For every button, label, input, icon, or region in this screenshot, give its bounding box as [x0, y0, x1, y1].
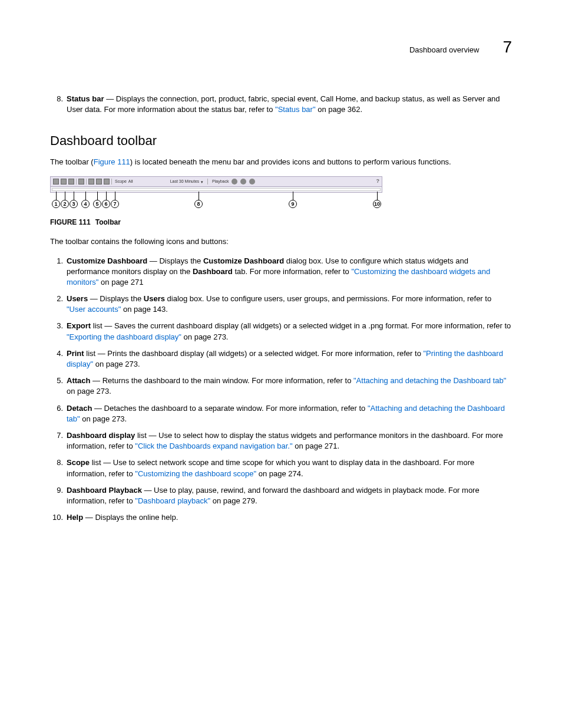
item-number: 4.	[50, 348, 63, 370]
item-text: on page 273.	[93, 360, 140, 368]
callout-marker: 9	[289, 200, 297, 208]
list-item: 9.Dashboard Playback — Use to play, paus…	[50, 485, 512, 506]
callout-marker: 8	[194, 200, 203, 208]
item-body: Users — Displays the Users dialog box. U…	[67, 294, 512, 315]
callout-row: 12345678910	[50, 192, 382, 209]
callout-marker: 1	[52, 200, 60, 208]
list-item: 1.Customize Dashboard — Displays the Cus…	[50, 256, 512, 288]
list-item: 8.Scope list — Use to select network sco…	[50, 457, 512, 479]
item-number: 1.	[50, 256, 63, 288]
item-number: 9.	[50, 485, 63, 506]
separator-icon	[76, 179, 77, 185]
export-icon	[68, 179, 74, 185]
item-text: on page 271.	[293, 442, 340, 450]
cross-ref-link[interactable]: "Dashboard playback"	[135, 496, 210, 505]
cross-ref-link[interactable]: "Attaching and detaching the Dashboard t…	[353, 376, 506, 385]
cross-ref-link[interactable]: "Click the Dashboards expand navigation …	[135, 442, 292, 450]
play-icon	[240, 179, 246, 185]
list-item: 4.Print list — Prints the dashboard disp…	[50, 348, 512, 370]
item-text: — Displays the	[147, 256, 203, 265]
item-text-after: on page 362.	[316, 105, 363, 114]
item-text: on page 273.	[67, 387, 111, 396]
item-text: — Displays the	[88, 294, 144, 303]
item-body: Dashboard Playback — Use to play, pause,…	[67, 485, 512, 506]
callout-marker: 7	[111, 200, 119, 208]
bold-text: Users	[144, 294, 165, 303]
bold-text: Customize Dashboard	[203, 256, 284, 265]
callout-marker: 4	[81, 200, 90, 208]
item-term: Print	[67, 349, 84, 358]
figure-caption: FIGURE 111Toolbar	[50, 218, 512, 228]
item-number: 5.	[50, 375, 63, 397]
item-text: — Returns the dashboard to the main wind…	[90, 376, 353, 385]
intro-after: ) is located beneath the menu bar and pr…	[130, 157, 451, 166]
scope-label: Scope	[115, 179, 127, 185]
intro-paragraph: The toolbar (Figure 111) is located bene…	[50, 157, 512, 167]
print-icon	[78, 179, 84, 185]
item-text: on page 273.	[80, 414, 127, 423]
cross-ref-link[interactable]: "Customizing the dashboard scope"	[135, 469, 256, 478]
item-term: Status bar	[67, 94, 104, 103]
item-body: Status bar — Displays the connection, po…	[67, 94, 512, 115]
item-term: Dashboard Playback	[67, 486, 142, 495]
item-text: list — Saves the current dashboard displ…	[91, 321, 511, 330]
list-item: 7.Dashboard display list — Use to select…	[50, 430, 512, 452]
figure-label: FIGURE 111	[50, 218, 91, 226]
customize-dashboard-icon	[53, 179, 59, 185]
item-text: on page 279.	[210, 496, 257, 505]
separator-icon	[207, 179, 208, 185]
intro-before: The toolbar (	[50, 157, 94, 166]
cross-ref-link[interactable]: "User accounts"	[67, 305, 121, 314]
cross-ref-link[interactable]: "Exporting the dashboard display"	[67, 332, 181, 341]
item-term: Dashboard display	[67, 431, 135, 440]
item-body: Detach — Detaches the dashboard to a sep…	[67, 403, 512, 424]
attach-icon	[88, 179, 94, 185]
item-number: 10.	[50, 512, 63, 523]
users-icon	[61, 179, 67, 185]
list-intro: The toolbar contains the following icons…	[50, 236, 512, 247]
list-item: 3.Export list — Saves the current dashbo…	[50, 321, 512, 342]
item-text: on page 143.	[121, 305, 168, 314]
item-number: 7.	[50, 430, 63, 452]
item-body: Print list — Prints the dashboard displa…	[67, 348, 512, 370]
item-text: — Displays the online help.	[83, 513, 178, 522]
callout-marker: 3	[70, 200, 78, 208]
figure-ref-link[interactable]: Figure 111	[94, 157, 130, 166]
callout-marker: 2	[61, 200, 69, 208]
callout-marker: 6	[102, 200, 110, 208]
figure-title: Toolbar	[95, 218, 121, 226]
scope-value: All	[128, 179, 133, 185]
list-item: 10.Help — Displays the online help.	[50, 512, 512, 523]
item-term: Export	[67, 321, 91, 330]
toolbar-row: Scope All Last 30 Minutes ▾ Playback ?	[51, 177, 382, 186]
separator-icon	[86, 179, 87, 185]
playback-label: Playback	[212, 179, 229, 185]
callout-marker: 5	[93, 200, 101, 208]
page-header: Dashboard overview 7	[50, 35, 512, 58]
item-number: 8.	[50, 94, 63, 115]
item-text: list — Prints the dashboard display (all…	[84, 349, 424, 358]
display-icon	[104, 179, 110, 185]
help-icon: ?	[376, 177, 380, 185]
separator-icon	[111, 179, 112, 185]
item-term: Users	[67, 294, 88, 303]
item-term: Customize Dashboard	[67, 256, 147, 265]
item-term: Help	[67, 513, 83, 522]
forward-icon	[249, 179, 255, 185]
chevron-down-icon: ▾	[201, 179, 206, 184]
list-item: 8. Status bar — Displays the connection,…	[50, 94, 512, 115]
item-text: tab. For more information, refer to	[233, 267, 352, 276]
list-item: 6.Detach — Detaches the dashboard to a s…	[50, 403, 512, 424]
status-bar-link[interactable]: "Status bar"	[275, 105, 316, 114]
item-body: Scope list — Use to select network scope…	[67, 457, 512, 479]
item-term: Detach	[67, 404, 92, 413]
item-term: Attach	[67, 376, 90, 385]
toolbar-items-list: 1.Customize Dashboard — Displays the Cus…	[50, 256, 512, 523]
item-number: 3.	[50, 321, 63, 342]
item-text: — Detaches the dashboard to a separate w…	[92, 404, 368, 413]
item-text: on page 273.	[181, 332, 229, 341]
chapter-number: 7	[503, 35, 512, 58]
bold-text: Dashboard	[193, 267, 233, 276]
item-number: 6.	[50, 403, 63, 424]
item-body: Help — Displays the online help.	[67, 512, 512, 523]
